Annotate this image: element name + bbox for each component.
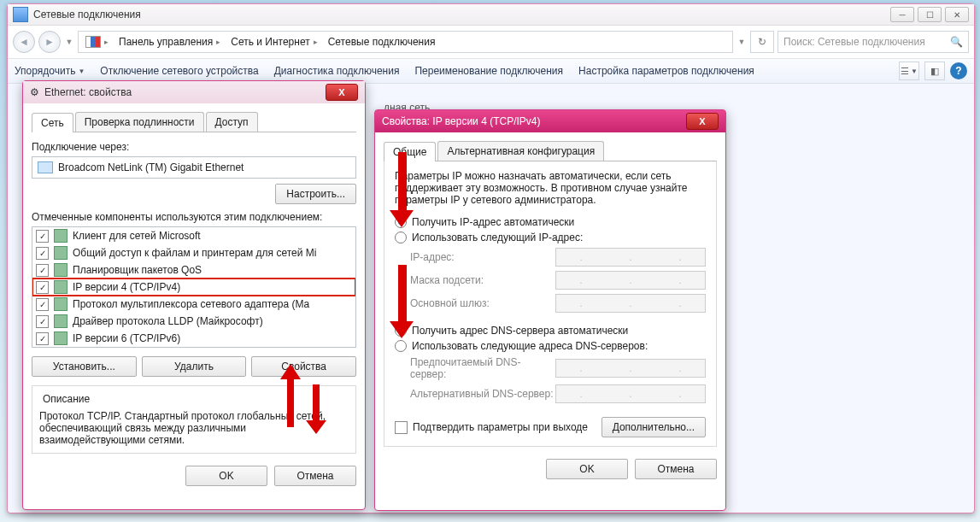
configure-button[interactable]: Настроить... — [275, 184, 356, 204]
component-list[interactable]: ✓Клиент для сетей Microsoft ✓Общий досту… — [32, 226, 356, 348]
breadcrumb-seg[interactable]: Сетевые подключения — [328, 36, 436, 48]
gateway-input: ... — [555, 294, 706, 313]
toolbar-connection-settings[interactable]: Настройка параметров подключения — [578, 65, 754, 77]
ip-address-input: ... — [555, 248, 706, 267]
view-options-button[interactable]: ☰ ▼ — [899, 62, 919, 80]
toolbar-disable-device[interactable]: Отключение сетевого устройства — [100, 65, 258, 77]
control-panel-icon — [85, 36, 101, 48]
window-title: Сетевые подключения — [33, 9, 141, 21]
alternate-dns-label: Альтернативный DNS-сервер: — [410, 388, 555, 400]
subnet-mask-input: ... — [555, 271, 706, 290]
list-item-ipv4[interactable]: ✓IP версии 4 (TCP/IPv4) — [32, 279, 355, 296]
annotation-arrow — [391, 265, 414, 342]
annotation-arrow — [282, 359, 299, 427]
cancel-button[interactable]: Отмена — [274, 466, 356, 486]
minimize-button[interactable]: ─ — [890, 7, 914, 22]
ip-address-label: IP-адрес: — [410, 251, 555, 263]
breadcrumb-seg[interactable]: Панель управления — [119, 36, 213, 48]
maximize-button[interactable]: ☐ — [918, 7, 942, 22]
app-icon — [13, 7, 28, 22]
checkbox[interactable]: ✓ — [36, 247, 49, 260]
checkbox[interactable]: ✓ — [36, 315, 49, 328]
window-titlebar: Сетевые подключения ─ ☐ ✕ — [8, 4, 974, 26]
checkbox[interactable]: ✓ — [36, 264, 49, 277]
dialog-titlebar[interactable]: Свойства: IP версии 4 (TCP/IPv4) X — [375, 110, 725, 132]
component-icon — [54, 229, 67, 243]
component-icon — [54, 331, 67, 345]
radio-manual-ip[interactable]: Использовать следующий IP-адрес: — [395, 232, 706, 243]
refresh-button[interactable]: ↻ — [750, 31, 774, 53]
component-icon — [54, 297, 67, 311]
tab-strip: Общие Альтернативная конфигурация — [384, 141, 717, 161]
confirm-on-exit-checkbox[interactable] — [395, 421, 408, 434]
component-icon — [54, 280, 67, 294]
checkbox[interactable]: ✓ — [36, 230, 49, 243]
list-item[interactable]: ✓Клиент для сетей Microsoft — [32, 227, 355, 244]
address-bar: ◄ ► ▼ ▸ Панель управления▸ Сеть и Интерн… — [8, 26, 974, 59]
annotation-arrow — [391, 152, 414, 229]
component-icon — [54, 314, 67, 328]
tab-network[interactable]: Сеть — [32, 113, 73, 132]
preferred-dns-input: ... — [555, 359, 706, 378]
remove-button[interactable]: Удалить — [142, 356, 247, 377]
advanced-button[interactable]: Дополнительно... — [601, 417, 706, 437]
radio-auto-dns[interactable]: Получить адрес DNS-сервера автоматически — [395, 325, 706, 337]
ipv4-properties-dialog: Свойства: IP версии 4 (TCP/IPv4) X Общие… — [374, 109, 726, 511]
ok-button[interactable]: OK — [546, 459, 628, 479]
ethernet-properties-dialog: ⚙ Ethernet: свойства X Сеть Проверка под… — [22, 80, 366, 510]
checkbox[interactable]: ✓ — [36, 332, 49, 345]
search-placeholder: Поиск: Сетевые подключения — [783, 36, 925, 48]
nav-history-dropdown[interactable]: ▼ — [64, 38, 74, 46]
list-item[interactable]: ✓Драйвер протокола LLDP (Майкрософт) — [32, 313, 355, 330]
dialog-close-button[interactable]: X — [686, 113, 719, 130]
install-button[interactable]: Установить... — [32, 356, 137, 377]
radio-manual-dns[interactable]: Использовать следующие адреса DNS-сервер… — [395, 340, 706, 352]
intro-text: Параметры IP можно назначать автоматичес… — [395, 170, 706, 206]
dialog-title: Ethernet: свойства — [44, 86, 132, 98]
dialog-close-button[interactable]: X — [326, 84, 358, 101]
tab-authentication[interactable]: Проверка подлинности — [75, 112, 204, 132]
search-icon: 🔍 — [950, 36, 963, 48]
list-item[interactable]: ✓Планировщик пакетов QoS — [32, 261, 355, 279]
checkbox[interactable]: ✓ — [36, 298, 49, 311]
preferred-dns-label: Предпочитаемый DNS-сервер: — [410, 356, 555, 380]
gateway-label: Основной шлюз: — [410, 297, 555, 309]
subnet-mask-label: Маска подсети: — [410, 274, 555, 286]
properties-button[interactable]: Свойства — [251, 356, 356, 377]
address-dropdown[interactable]: ▼ — [736, 38, 747, 46]
checkbox[interactable]: ✓ — [36, 281, 49, 294]
adapter-field: Broadcom NetLink (TM) Gigabit Ethernet — [32, 156, 356, 179]
nav-back-button[interactable]: ◄ — [13, 31, 35, 53]
tab-access[interactable]: Доступ — [206, 112, 258, 132]
preview-pane-button[interactable]: ◧ — [924, 62, 945, 80]
close-button[interactable]: ✕ — [945, 7, 969, 22]
description-title: Описание — [39, 393, 93, 405]
connect-via-label: Подключение через: — [32, 141, 356, 153]
component-icon — [54, 263, 67, 277]
ok-button[interactable]: OK — [185, 466, 267, 486]
list-item[interactable]: ✓IP версии 6 (TCP/IPv6) — [32, 330, 355, 347]
annotation-arrow — [308, 384, 325, 436]
breadcrumb-bar[interactable]: ▸ Панель управления▸ Сеть и Интернет▸ Се… — [78, 31, 733, 53]
list-item[interactable]: ✓Общий доступ к файлам и принтерам для с… — [32, 244, 355, 261]
nav-forward-button[interactable]: ► — [38, 31, 61, 53]
help-button[interactable]: ? — [950, 62, 967, 79]
cancel-button[interactable]: Отмена — [635, 459, 717, 479]
breadcrumb-seg[interactable]: Сеть и Интернет — [231, 36, 309, 48]
component-icon — [54, 246, 67, 260]
description-text: Протокол TCP/IP. Стандартный протокол гл… — [39, 410, 349, 446]
dialog-titlebar[interactable]: ⚙ Ethernet: свойства X — [23, 81, 365, 103]
components-label: Отмеченные компоненты используются этим … — [32, 211, 356, 223]
list-item[interactable]: ✓Протокол мультиплексора сетевого адапте… — [32, 296, 355, 313]
toolbar-organize[interactable]: Упорядочить▼ — [15, 65, 85, 77]
net-adapter-icon: ⚙ — [30, 86, 39, 98]
toolbar-diagnose[interactable]: Диагностика подключения — [274, 65, 400, 77]
tab-alt-config[interactable]: Альтернативная конфигурация — [437, 141, 604, 161]
tab-strip: Сеть Проверка подлинности Доступ — [32, 112, 356, 132]
radio-auto-ip[interactable]: Получить IP-адрес автоматически — [395, 216, 706, 228]
nic-icon — [38, 161, 53, 173]
adapter-name: Broadcom NetLink (TM) Gigabit Ethernet — [58, 161, 244, 173]
search-input[interactable]: Поиск: Сетевые подключения 🔍 — [778, 31, 969, 53]
dialog-title: Свойства: IP версии 4 (TCP/IPv4) — [382, 115, 541, 127]
toolbar-rename[interactable]: Переименование подключения — [414, 65, 563, 77]
